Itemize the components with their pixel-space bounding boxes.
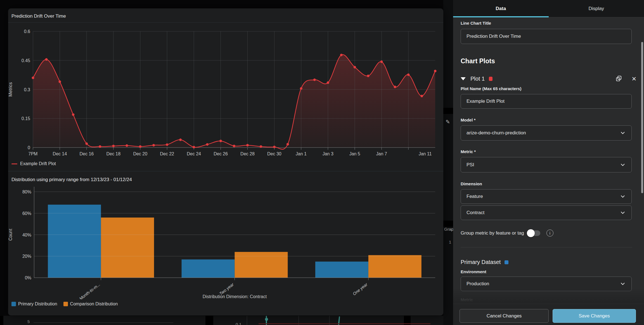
- plot-name-label: Plot Name (Max 65 characters): [461, 86, 522, 91]
- group-metric-toggle[interactable]: [528, 230, 540, 236]
- chart-plots-heading: Chart Plots: [461, 57, 495, 65]
- chart-preview-card: Prediction Drift Over Time 00.150.30.450…: [8, 8, 443, 315]
- legend-item-primary[interactable]: Primary Distribution: [11, 301, 57, 307]
- tab-data[interactable]: Data: [453, 0, 549, 17]
- plot-title: Plot 1: [470, 76, 485, 82]
- toggle-knob: [527, 229, 535, 237]
- svg-text:0.45: 0.45: [22, 58, 30, 63]
- environment-value: Production: [467, 281, 489, 287]
- distribution-chart-title: Distribution using primary range from 12…: [11, 177, 132, 183]
- line-chart-legend[interactable]: Example Drift Plot: [11, 161, 56, 166]
- primary-dataset-row: Primary Dataset: [461, 259, 508, 265]
- svg-text:0: 0: [28, 145, 30, 150]
- bar-chart-legend: Primary Distribution Comparison Distribu…: [11, 301, 118, 307]
- panel-footer: Cancel Changes Save Changes: [453, 304, 644, 325]
- tab-display[interactable]: Display: [549, 0, 644, 17]
- metric-label: Metric *: [461, 149, 476, 154]
- legend-label: Primary Distribution: [18, 301, 57, 307]
- dataset-color-swatch-icon: [505, 260, 508, 264]
- background-line-series: [259, 323, 430, 324]
- svg-text:Jan 11: Jan 11: [419, 151, 432, 156]
- svg-text:Dec 16: Dec 16: [80, 151, 94, 156]
- model-label: Model *: [461, 118, 475, 122]
- background-dashboard-sliver: ✎ Grap 1: [443, 0, 453, 325]
- background-dashboard-strip: 5 0.1: [0, 316, 453, 325]
- svg-text:One year: One year: [352, 282, 369, 296]
- chevron-down-icon: [620, 162, 626, 168]
- panel-tabbar: Data Display: [453, 0, 644, 17]
- background-graph-label: Grap: [444, 227, 453, 232]
- divider: [461, 247, 632, 247]
- line-chart-title-input[interactable]: [461, 29, 632, 44]
- svg-text:0%: 0%: [25, 275, 31, 280]
- svg-text:0.6: 0.6: [24, 29, 30, 34]
- prediction-drift-line-chart: 00.150.30.450.67PMDec 14Dec 16Dec 18Dec …: [8, 22, 443, 161]
- metric-value: PSI: [467, 162, 474, 168]
- panel-scrollbar[interactable]: [641, 42, 643, 193]
- app-root: 5 0.1 ✎ Grap 1 Prediction Drift Over Tim…: [0, 0, 644, 325]
- duplicate-plot-icon[interactable]: [615, 75, 622, 82]
- line-chart-title-label: Line Chart Title: [461, 21, 491, 25]
- svg-text:Count: Count: [8, 229, 13, 241]
- svg-text:60%: 60%: [22, 211, 31, 216]
- info-icon[interactable]: i: [546, 230, 553, 237]
- svg-text:Dec 22: Dec 22: [160, 151, 174, 156]
- svg-text:7PM: 7PM: [29, 151, 38, 156]
- plot-name-input[interactable]: [461, 94, 632, 109]
- svg-text:Dec 24: Dec 24: [187, 151, 201, 156]
- group-metric-row: Group metric by feature or tag i: [461, 230, 632, 237]
- svg-text:Metrics: Metrics: [8, 82, 13, 97]
- background-gridline: [247, 316, 247, 325]
- background-count-value: 1: [449, 240, 451, 244]
- model-value: arize-demo-churn-prediction: [467, 130, 526, 136]
- svg-text:Jan 7: Jan 7: [376, 151, 387, 156]
- legend-line-marker: [11, 163, 17, 164]
- svg-text:20%: 20%: [22, 254, 31, 259]
- group-metric-label: Group metric by feature or tag: [461, 230, 524, 236]
- svg-text:Dec 14: Dec 14: [53, 151, 67, 156]
- svg-text:80%: 80%: [22, 190, 31, 194]
- chevron-down-icon: [620, 281, 626, 287]
- svg-text:0.15: 0.15: [22, 116, 30, 121]
- primary-swatch-icon: [11, 302, 16, 306]
- plot-header-row: Plot 1 ✕: [461, 74, 636, 83]
- dimension-type-select[interactable]: Feature: [461, 189, 632, 204]
- background-gridline: [34, 322, 173, 323]
- dimension-value-select[interactable]: Contract: [461, 205, 632, 220]
- background-panel-edge: [443, 108, 453, 114]
- dimension-value: Contract: [467, 210, 484, 216]
- svg-text:Dec 20: Dec 20: [133, 151, 147, 156]
- legend-item-comparison[interactable]: Comparison Distribution: [63, 301, 118, 307]
- chevron-down-icon: [620, 130, 626, 136]
- environment-label: Environment: [461, 269, 486, 274]
- save-changes-button[interactable]: Save Changes: [553, 309, 636, 323]
- edit-pencil-icon[interactable]: ✎: [446, 119, 450, 125]
- plot-color-swatch-icon: [489, 77, 493, 81]
- legend-label: Comparison Distribution: [70, 301, 118, 307]
- background-panel-edge: [443, 221, 453, 227]
- legend-label: Example Drift Plot: [20, 161, 56, 166]
- metric-select[interactable]: PSI: [461, 157, 632, 172]
- divider: [8, 171, 443, 171]
- bar-chart-canvas: Month-to-m...Two yearOne year0%20%40%60%…: [8, 183, 443, 299]
- background-axis-tick: 0.1: [236, 322, 242, 325]
- svg-text:Dec 30: Dec 30: [267, 151, 281, 156]
- cancel-changes-button[interactable]: Cancel Changes: [460, 309, 549, 323]
- chart-config-panel: Data Display Line Chart Title Chart Plot…: [453, 0, 644, 325]
- svg-text:Jan 1: Jan 1: [296, 151, 307, 156]
- svg-text:Dec 18: Dec 18: [106, 151, 120, 156]
- model-select[interactable]: arize-demo-churn-prediction: [461, 125, 632, 141]
- environment-select[interactable]: Production: [461, 277, 632, 291]
- chevron-down-icon: [620, 193, 626, 200]
- svg-text:Jan 3: Jan 3: [323, 151, 333, 156]
- comparison-swatch-icon: [63, 302, 68, 306]
- collapse-caret-icon[interactable]: [461, 77, 466, 80]
- svg-text:40%: 40%: [22, 233, 31, 237]
- scrolled-under-label: Metric: [461, 297, 473, 302]
- svg-text:Distribution Dimension: Contra: Distribution Dimension: Contract: [203, 294, 267, 299]
- remove-plot-icon[interactable]: ✕: [631, 76, 636, 82]
- background-axis-tick: 5: [27, 319, 30, 324]
- background-panel-gap: [205, 316, 213, 325]
- line-chart-title: Prediction Drift Over Time: [11, 13, 66, 19]
- svg-text:Two year: Two year: [218, 282, 235, 296]
